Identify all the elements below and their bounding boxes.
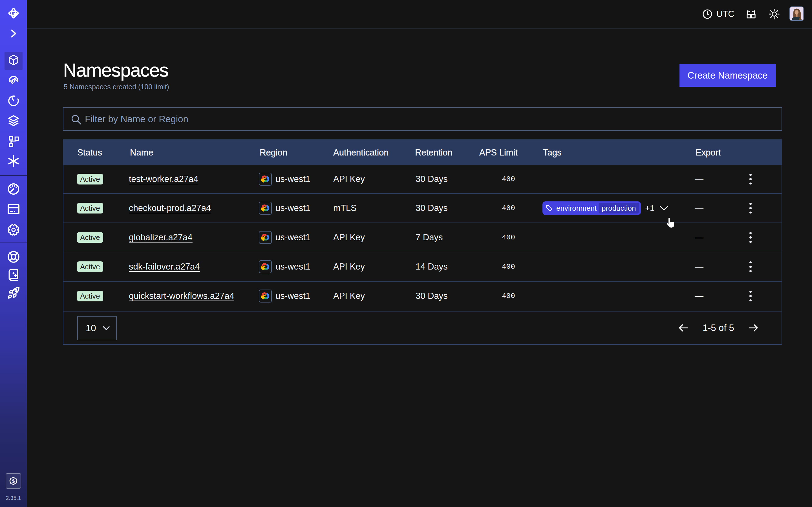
svg-text:$: $ bbox=[12, 478, 15, 484]
